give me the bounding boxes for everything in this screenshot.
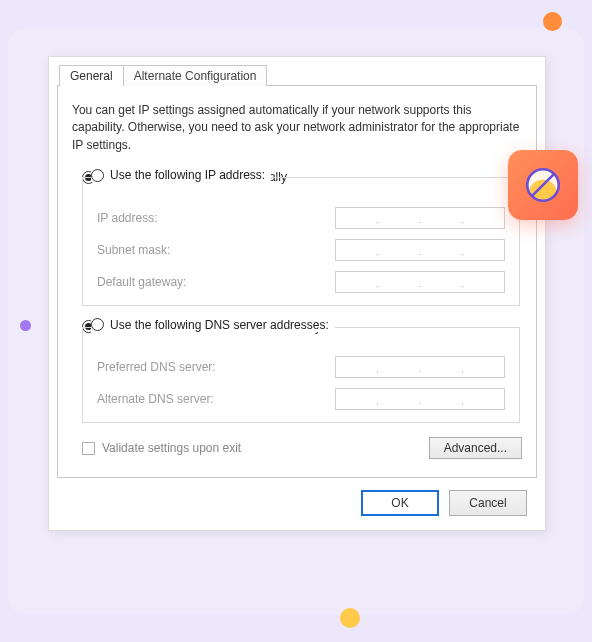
alternate-dns-label: Alternate DNS server: [97,392,335,406]
subnet-mask-label: Subnet mask: [97,243,335,257]
ip-address-input[interactable]: ... [335,207,505,229]
checkbox-label: Validate settings upon exit [102,441,241,455]
prohibit-icon [522,164,564,206]
radio-label: Use the following DNS server addresses: [110,318,329,332]
block-badge [508,150,578,220]
preferred-dns-input[interactable]: ... [335,356,505,378]
decoration-dot [340,608,360,628]
tab-general[interactable]: General [59,65,124,87]
radio-use-following-ip[interactable]: Use the following IP address: [91,168,271,182]
radio-use-following-dns[interactable]: Use the following DNS server addresses: [91,318,335,332]
radio-icon [91,318,104,331]
cancel-button[interactable]: Cancel [449,490,527,516]
radio-label: Use the following IP address: [110,168,265,182]
decoration-dot [543,12,562,31]
validate-settings-checkbox[interactable]: Validate settings upon exit [82,441,241,455]
decoration-dot [20,320,31,331]
dialog-button-row: OK Cancel [57,478,537,516]
advanced-button[interactable]: Advanced... [429,437,522,459]
ip-settings-dialog: General Alternate Configuration You can … [48,56,546,531]
subnet-mask-input[interactable]: ... [335,239,505,261]
tab-bar: General Alternate Configuration [59,65,537,86]
ok-button[interactable]: OK [361,490,439,516]
ip-manual-group: Use the following IP address: IP address… [82,177,520,306]
checkbox-icon [82,442,95,455]
dns-manual-group: Use the following DNS server addresses: … [82,327,520,424]
description-text: You can get IP settings assigned automat… [72,102,522,154]
tab-alternate-configuration[interactable]: Alternate Configuration [123,65,268,86]
alternate-dns-input[interactable]: ... [335,388,505,410]
preferred-dns-label: Preferred DNS server: [97,360,335,374]
default-gateway-input[interactable]: ... [335,271,505,293]
radio-icon [91,169,104,182]
default-gateway-label: Default gateway: [97,275,335,289]
ip-address-label: IP address: [97,211,335,225]
tab-content-general: You can get IP settings assigned automat… [57,85,537,478]
